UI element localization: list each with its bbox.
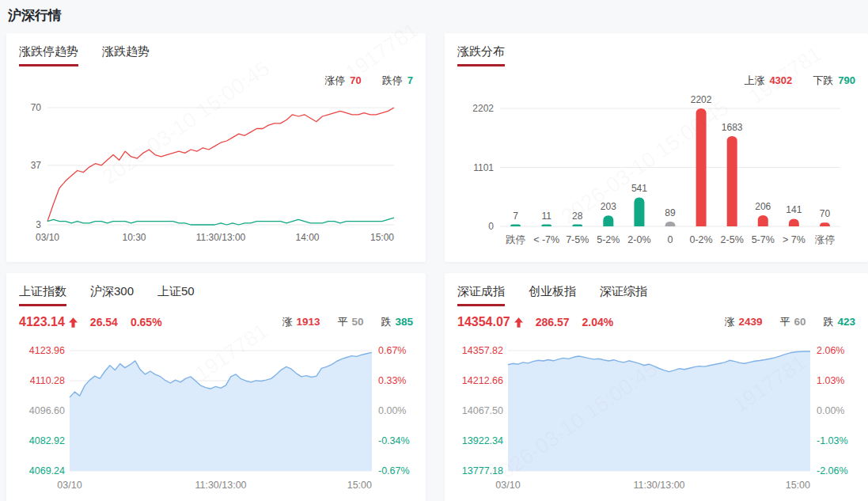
distribution-legend: 上涨4302下跌790 (457, 73, 855, 89)
svg-text:2.06%: 2.06% (817, 345, 844, 356)
bar-涨停 (820, 222, 830, 226)
svg-text:70: 70 (31, 102, 42, 113)
legend-item-跌停: 跌停7 (382, 74, 413, 88)
tab-深证成指[interactable]: 深证成指 (457, 284, 505, 306)
svg-text:15:00: 15:00 (370, 232, 394, 243)
distribution-chart: 2202110107跌停11< -7%287-5%2035-2%5412-0%8… (457, 92, 855, 247)
svg-text:1683: 1683 (722, 122, 743, 133)
legend-item-下跌: 下跌790 (813, 74, 855, 88)
svg-text:0: 0 (668, 234, 673, 245)
svg-text:13922.34: 13922.34 (462, 435, 503, 446)
svg-text:11:30/13:00: 11:30/13:00 (195, 480, 246, 491)
series-涨停 (47, 108, 394, 222)
svg-text:涨停: 涨停 (814, 234, 835, 245)
tab-深证综指[interactable]: 深证综指 (600, 284, 647, 306)
bar-跌停 (510, 225, 521, 226)
sh-index-change: 26.54 (90, 316, 118, 328)
svg-text:-1.03%: -1.03% (817, 435, 848, 446)
svg-text:4123.96: 4123.96 (29, 345, 65, 356)
bar-0 (665, 222, 676, 226)
svg-text:03/10: 03/10 (495, 480, 520, 491)
panel-limit-trend: 涨跌停趋势涨跌趋势 涨停70跌停7 7037303/1010:3011:30/1… (6, 33, 426, 262)
svg-text:0.00%: 0.00% (378, 405, 406, 416)
svg-text:7: 7 (513, 211, 518, 222)
tab-上证指数[interactable]: 上证指数 (19, 284, 66, 306)
svg-text:4082.92: 4082.92 (29, 435, 65, 446)
up-arrow-icon (514, 317, 523, 328)
bar-2-0% (634, 197, 644, 226)
svg-text:0.67%: 0.67% (378, 345, 406, 356)
svg-text:2202: 2202 (472, 103, 494, 114)
svg-text:3: 3 (36, 219, 41, 230)
svg-text:11:30/13:00: 11:30/13:00 (633, 480, 684, 491)
svg-text:4096.60: 4096.60 (29, 405, 65, 416)
svg-text:0.00%: 0.00% (817, 405, 844, 416)
sz-index-price-value: 14354.07 (457, 315, 510, 329)
svg-text:03/10: 03/10 (57, 480, 81, 491)
svg-text:203: 203 (601, 201, 616, 212)
bar-7-5% (572, 225, 582, 226)
tab-涨跌趋势[interactable]: 涨跌趋势 (102, 44, 150, 66)
sz-index-tabs: 深证成指创业板指深证综指 (457, 284, 855, 306)
page-title: 沪深行情 (8, 6, 862, 25)
svg-text:2-0%: 2-0% (627, 234, 650, 245)
dist-bars: 7跌停11< -7%287-5%2035-2%5412-0%89022020-2… (506, 94, 835, 245)
svg-text:跌停: 跌停 (506, 234, 525, 245)
svg-text:70: 70 (820, 208, 831, 219)
count-item-涨: 涨2439 (724, 315, 762, 329)
sz-index-stats: 14354.07 286.57 2.04% 涨2439平60跌423 (457, 313, 855, 332)
svg-text:1101: 1101 (473, 162, 494, 173)
tab-沪深300[interactable]: 沪深300 (90, 284, 134, 306)
sh-index-counts: 涨1913平50跌385 (282, 315, 413, 329)
series-跌停 (47, 218, 394, 225)
tab-创业板指[interactable]: 创业板指 (529, 284, 576, 306)
up-arrow-icon (69, 317, 78, 328)
svg-text:1.03%: 1.03% (817, 375, 844, 386)
sh-index-pct: 0.65% (131, 316, 162, 328)
sh-index-price-value: 4123.14 (19, 315, 65, 329)
svg-text:> 7%: > 7% (783, 234, 805, 245)
bar-2-5% (727, 136, 737, 226)
legend-item-涨停: 涨停70 (324, 74, 361, 88)
svg-text:11:30/13:00: 11:30/13:00 (196, 232, 246, 243)
svg-text:-0.34%: -0.34% (378, 435, 410, 446)
svg-text:5-7%: 5-7% (752, 234, 775, 245)
svg-text:541: 541 (631, 183, 647, 194)
panel-distribution: 涨跌分布 上涨4302下跌790 2202110107跌停11< -7%287-… (445, 33, 868, 262)
svg-text:14212.66: 14212.66 (462, 375, 503, 386)
svg-text:7-5%: 7-5% (566, 234, 589, 245)
limit-trend-chart: 7037303/1010:3011:30/13:0014:0015:00 (19, 92, 413, 247)
panel-sz-index: 深证成指创业板指深证综指 14354.07 286.57 2.04% 涨2439… (445, 273, 868, 501)
svg-text:11: 11 (541, 211, 552, 222)
dashboard-grid: 涨跌停趋势涨跌趋势 涨停70跌停7 7037303/1010:3011:30/1… (6, 33, 862, 501)
svg-text:4110.28: 4110.28 (30, 375, 65, 386)
index-area (508, 351, 810, 471)
sz-index-price: 14354.07 (457, 315, 523, 329)
svg-text:89: 89 (665, 207, 676, 218)
tab-涨跌停趋势[interactable]: 涨跌停趋势 (19, 44, 78, 66)
svg-text:0: 0 (488, 221, 494, 232)
sh-index-price: 4123.14 (19, 315, 78, 329)
bar-5-7% (758, 215, 768, 226)
trend-grid: 7037303/1010:3011:30/13:0014:0015:00 (31, 102, 395, 243)
svg-text:14067.50: 14067.50 (462, 405, 503, 416)
count-item-跌: 跌423 (823, 315, 855, 329)
bar-0-2% (696, 108, 707, 226)
svg-text:37: 37 (31, 160, 42, 171)
tab-上证50[interactable]: 上证50 (157, 284, 195, 306)
svg-text:15:00: 15:00 (786, 480, 810, 491)
limit-trend-legend: 涨停70跌停7 (19, 73, 413, 89)
svg-text:15:00: 15:00 (347, 480, 372, 491)
svg-text:141: 141 (786, 204, 802, 215)
svg-text:0-2%: 0-2% (689, 234, 712, 245)
count-item-平: 平50 (337, 315, 363, 329)
count-item-涨: 涨1913 (282, 315, 320, 329)
sh-index-chart: 4123.960.67%4110.280.33%4096.600.00%4082… (19, 335, 413, 493)
svg-text:14357.82: 14357.82 (462, 345, 503, 356)
panel-sh-index: 上证指数沪深300上证50 4123.14 26.54 0.65% 涨1913平… (6, 273, 426, 501)
svg-text:2202: 2202 (691, 94, 712, 105)
svg-text:28: 28 (572, 211, 583, 222)
svg-text:< -7%: < -7% (533, 234, 559, 245)
svg-text:0.33%: 0.33% (378, 375, 406, 386)
svg-text:-0.67%: -0.67% (378, 465, 410, 476)
